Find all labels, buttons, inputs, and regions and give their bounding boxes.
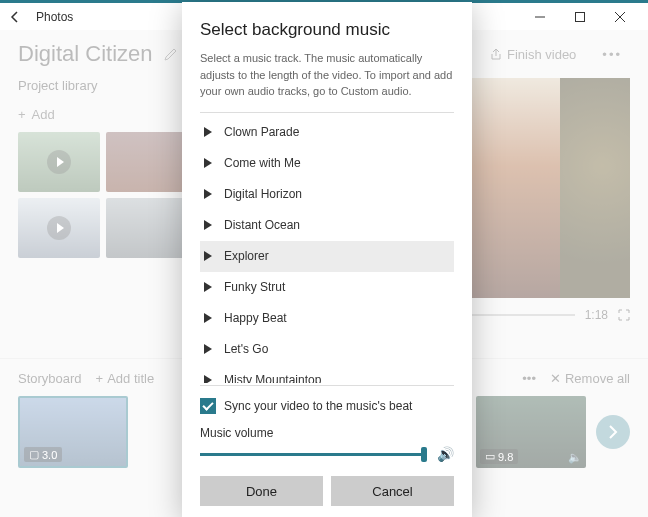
cancel-button[interactable]: Cancel <box>331 476 454 506</box>
track-item[interactable]: Happy Beat <box>200 303 454 334</box>
dialog-description: Select a music track. The music automati… <box>200 50 454 100</box>
volume-label: Music volume <box>200 426 454 440</box>
back-button[interactable] <box>8 10 28 24</box>
track-label: Digital Horizon <box>224 187 302 201</box>
track-item[interactable]: Misty Mountaintop <box>200 365 454 384</box>
track-item[interactable]: Digital Horizon <box>200 179 454 210</box>
background-music-dialog: Select background music Select a music t… <box>182 2 472 517</box>
track-label: Funky Strut <box>224 280 285 294</box>
play-icon <box>204 344 212 354</box>
track-label: Misty Mountaintop <box>224 373 321 383</box>
play-icon <box>204 251 212 261</box>
play-icon <box>204 127 212 137</box>
track-list[interactable]: Clown ParadeCome with MeDigital HorizonD… <box>200 117 454 384</box>
track-item[interactable]: Come with Me <box>200 148 454 179</box>
play-icon <box>204 282 212 292</box>
track-item[interactable]: Clown Parade <box>200 117 454 148</box>
track-item[interactable]: Let's Go <box>200 334 454 365</box>
track-item[interactable]: Funky Strut <box>200 272 454 303</box>
speaker-icon: 🔊 <box>437 446 454 462</box>
play-icon <box>204 220 212 230</box>
sync-beat-checkbox[interactable]: Sync your video to the music's beat <box>200 398 454 414</box>
volume-slider[interactable] <box>200 453 427 456</box>
track-label: Clown Parade <box>224 125 299 139</box>
track-label: Distant Ocean <box>224 218 300 232</box>
play-icon <box>204 313 212 323</box>
track-label: Come with Me <box>224 156 301 170</box>
maximize-button[interactable] <box>560 4 600 30</box>
play-icon <box>204 189 212 199</box>
close-button[interactable] <box>600 4 640 30</box>
checkbox-checked-icon <box>200 398 216 414</box>
track-label: Explorer <box>224 249 269 263</box>
minimize-button[interactable] <box>520 4 560 30</box>
dialog-title: Select background music <box>200 20 454 40</box>
svg-rect-1 <box>576 12 585 21</box>
track-label: Happy Beat <box>224 311 287 325</box>
track-label: Let's Go <box>224 342 268 356</box>
play-icon <box>204 375 212 383</box>
track-item[interactable]: Explorer <box>200 241 454 272</box>
done-button[interactable]: Done <box>200 476 323 506</box>
play-icon <box>204 158 212 168</box>
track-item[interactable]: Distant Ocean <box>200 210 454 241</box>
